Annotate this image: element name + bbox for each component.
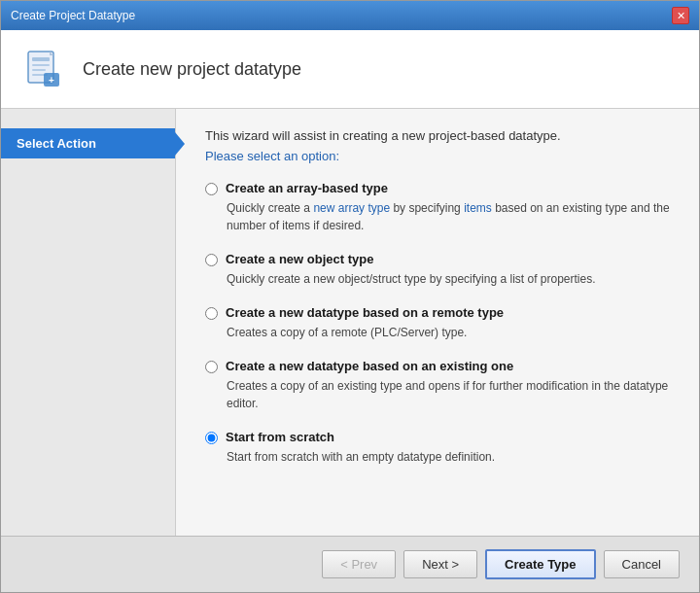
intro-text: This wizard will assist in creating a ne… <box>205 128 670 143</box>
svg-rect-2 <box>32 64 50 66</box>
label-scratch[interactable]: Start from scratch <box>226 430 334 444</box>
label-existing-type[interactable]: Create a new datatype based on an existi… <box>226 359 513 373</box>
option-group-remote: Create a new datatype based on a remote … <box>205 305 670 341</box>
option-row-existing: Create a new datatype based on an existi… <box>205 359 670 373</box>
option-group-array: Create an array-based type Quickly creat… <box>205 181 670 234</box>
dialog-footer: < Prev Next > Create Type Cancel <box>1 536 699 592</box>
label-remote-type[interactable]: Create a new datatype based on a remote … <box>226 305 504 320</box>
option-group-object: Create a new object type Quickly create … <box>205 252 670 288</box>
dialog-content: Select Action This wizard will assist in… <box>1 109 699 536</box>
desc-array-type: Quickly create a new array type by speci… <box>227 199 670 234</box>
main-panel: This wizard will assist in creating a ne… <box>176 109 699 536</box>
radio-existing-type[interactable] <box>205 361 218 373</box>
radio-scratch[interactable] <box>205 432 218 444</box>
label-array-type[interactable]: Create an array-based type <box>226 181 388 195</box>
close-button[interactable]: ✕ <box>672 7 689 24</box>
please-select-text: Please select an option: <box>205 149 670 163</box>
radio-array-type[interactable] <box>205 183 218 195</box>
svg-rect-1 <box>32 57 50 61</box>
option-group-scratch: Start from scratch Start from scratch wi… <box>205 430 670 466</box>
label-object-type[interactable]: Create a new object type <box>226 252 373 266</box>
title-bar: Create Project Datatype ✕ <box>1 1 699 30</box>
sidebar: Select Action <box>1 109 176 536</box>
next-button[interactable]: Next > <box>403 550 477 578</box>
prev-button[interactable]: < Prev <box>322 550 396 578</box>
header-title: Create new project datatype <box>83 59 301 80</box>
desc-existing-type: Creates a copy of an existing type and o… <box>227 377 670 412</box>
radio-remote-type[interactable] <box>205 307 218 320</box>
desc-scratch: Start from scratch with an empty datatyp… <box>227 448 670 466</box>
option-row-remote: Create a new datatype based on a remote … <box>205 305 670 320</box>
desc-object-type: Quickly create a new object/struct type … <box>227 270 670 288</box>
dialog-header: + Create new project datatype <box>1 30 699 109</box>
title-bar-text: Create Project Datatype <box>11 9 135 22</box>
desc-remote-type: Creates a copy of a remote (PLC/Server) … <box>227 324 670 341</box>
option-row-scratch: Start from scratch <box>205 430 670 444</box>
radio-object-type[interactable] <box>205 254 218 266</box>
dialog-window: Create Project Datatype ✕ + Create new p… <box>0 0 700 593</box>
create-type-button[interactable]: Create Type <box>485 549 595 579</box>
header-icon: + <box>20 46 67 92</box>
option-group-existing: Create a new datatype based on an existi… <box>205 359 670 412</box>
svg-rect-3 <box>32 69 46 71</box>
sidebar-item-label: Select Action <box>17 136 96 151</box>
option-row-object: Create a new object type <box>205 252 670 266</box>
sidebar-item-select-action[interactable]: Select Action <box>1 128 175 158</box>
cancel-button[interactable]: Cancel <box>604 550 680 578</box>
option-row-array: Create an array-based type <box>205 181 670 195</box>
svg-text:+: + <box>49 75 54 86</box>
